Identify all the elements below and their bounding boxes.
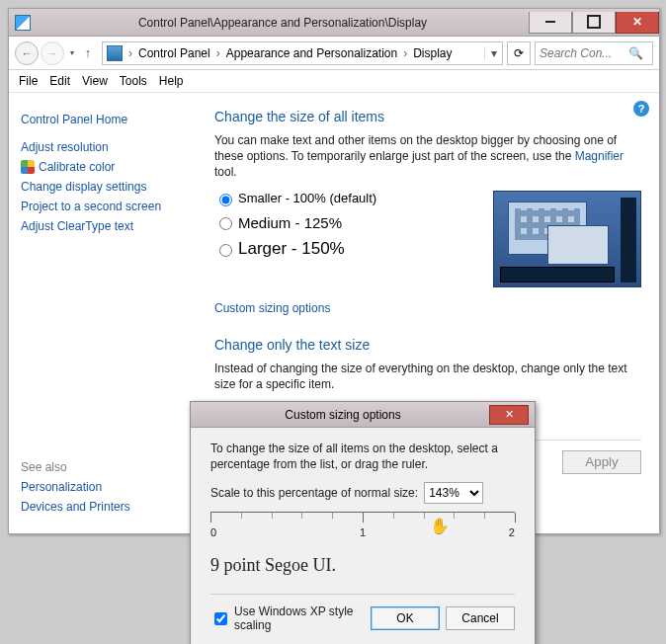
breadcrumb-seg-1[interactable]: Control Panel <box>134 46 214 60</box>
menu-help[interactable]: Help <box>159 74 184 88</box>
breadcrumb-seg-3[interactable]: Display <box>409 46 456 60</box>
dialog-footer: Use Windows XP style scaling OK Cancel <box>210 594 515 632</box>
menu-file[interactable]: File <box>19 74 38 88</box>
minimize-button[interactable] <box>529 12 572 34</box>
custom-sizing-link[interactable]: Custom sizing options <box>214 301 330 315</box>
textsize-description: Instead of changing the size of everythi… <box>214 361 641 392</box>
menu-tools[interactable]: Tools <box>120 74 147 88</box>
see-also-devices[interactable]: Devices and Printers <box>21 500 185 514</box>
display-preview <box>493 191 641 287</box>
window-title: Control Panel\Appearance and Personaliza… <box>37 16 529 30</box>
control-panel-home-link[interactable]: Control Panel Home <box>21 113 185 126</box>
dialog-title: Custom sizing options <box>197 408 489 422</box>
magnifier-link[interactable]: Magnifier <box>575 149 624 163</box>
dialog-body: To change the size of all items on the d… <box>191 428 535 644</box>
search-box[interactable]: 🔍 <box>535 41 653 65</box>
radio-smaller-row[interactable]: Smaller - 100% (default) <box>214 191 483 206</box>
breadcrumb-seg-2[interactable]: Appearance and Personalization <box>222 46 401 60</box>
breadcrumb-sep <box>214 46 222 60</box>
cancel-button[interactable]: Cancel <box>446 606 515 630</box>
ruler-label-1: 1 <box>360 526 366 538</box>
up-button[interactable]: ↑ <box>78 45 98 60</box>
sidebar-item-calibrate[interactable]: Calibrate color <box>21 160 185 174</box>
radio-medium[interactable] <box>219 217 232 230</box>
size-description: You can make text and other items on the… <box>214 132 641 181</box>
radio-larger[interactable] <box>219 244 232 257</box>
see-also-personalization[interactable]: Personalization <box>21 480 185 494</box>
hand-cursor-icon: ✋ <box>430 517 450 535</box>
apply-button[interactable]: Apply <box>562 450 641 474</box>
sidebar-item-cleartype[interactable]: Adjust ClearType text <box>21 219 185 233</box>
scale-row: Scale to this percentage of normal size:… <box>210 482 515 504</box>
scale-ruler[interactable]: ✋ 0 1 2 <box>210 512 515 545</box>
ruler-label-0: 0 <box>210 526 216 538</box>
xp-scaling-checkbox[interactable] <box>214 612 227 625</box>
ok-button[interactable]: OK <box>371 606 440 630</box>
menu-edit[interactable]: Edit <box>49 74 70 88</box>
sidebar: Control Panel Home Adjust resolution Cal… <box>9 93 197 533</box>
address-bar[interactable]: Control Panel Appearance and Personaliza… <box>102 41 503 65</box>
ruler-label-2: 2 <box>509 526 515 538</box>
search-icon: 🔍 <box>624 46 647 60</box>
sidebar-item-display-settings[interactable]: Change display settings <box>21 180 185 194</box>
menu-view[interactable]: View <box>82 74 108 88</box>
dialog-desc: To change the size of all items on the d… <box>210 442 515 472</box>
close-button[interactable] <box>616 12 659 34</box>
shield-icon <box>21 160 35 174</box>
sidebar-item-project[interactable]: Project to a second screen <box>21 200 185 213</box>
help-icon[interactable]: ? <box>633 101 649 117</box>
dialog-titlebar[interactable]: Custom sizing options ✕ <box>191 402 535 428</box>
system-icon <box>15 15 31 31</box>
custom-sizing-dialog: Custom sizing options ✕ To change the si… <box>190 401 536 644</box>
radio-medium-label: Medium - 125% <box>238 214 342 231</box>
section-heading-size: Change the size of all items <box>214 109 641 124</box>
back-button[interactable]: ← <box>15 41 39 65</box>
scale-select[interactable]: 143% <box>424 482 483 504</box>
display-icon <box>107 45 123 61</box>
search-input[interactable] <box>536 45 624 61</box>
sidebar-item-resolution[interactable]: Adjust resolution <box>21 140 185 154</box>
see-also-heading: See also <box>21 460 185 474</box>
titlebar[interactable]: Control Panel\Appearance and Personaliza… <box>9 9 659 37</box>
radio-medium-row[interactable]: Medium - 125% <box>214 214 483 231</box>
history-dropdown[interactable]: ▾ <box>66 48 78 57</box>
radio-larger-row[interactable]: Larger - 150% <box>214 239 483 259</box>
navigation-row: ← → ▾ ↑ Control Panel Appearance and Per… <box>9 37 659 70</box>
font-sample: 9 point Segoe UI. <box>210 555 515 576</box>
forward-button[interactable]: → <box>41 41 64 65</box>
menu-bar: File Edit View Tools Help <box>9 70 659 93</box>
radio-larger-label: Larger - 150% <box>238 239 345 259</box>
breadcrumb-sep <box>401 46 409 60</box>
scale-label: Scale to this percentage of normal size: <box>210 486 418 500</box>
refresh-button[interactable]: ⟳ <box>507 41 531 65</box>
maximize-button[interactable] <box>572 12 616 34</box>
dialog-close-button[interactable]: ✕ <box>489 405 529 425</box>
radio-smaller-label: Smaller - 100% (default) <box>238 191 376 205</box>
address-dropdown[interactable]: ▾ <box>484 46 502 60</box>
breadcrumb-root-sep <box>126 46 134 60</box>
radio-smaller[interactable] <box>219 194 232 206</box>
xp-scaling-label[interactable]: Use Windows XP style scaling <box>210 604 365 632</box>
section-heading-textsize: Change only the text size <box>214 337 641 353</box>
